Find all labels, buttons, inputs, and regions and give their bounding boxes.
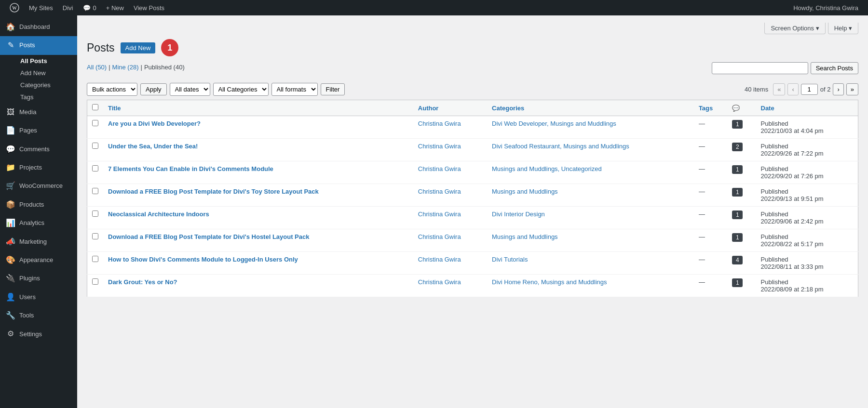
select-all-header	[87, 100, 104, 116]
row-select-checkbox[interactable]	[92, 256, 98, 262]
post-title-link[interactable]: Download a FREE Blog Post Template for D…	[108, 188, 319, 195]
mine-posts-filter-link[interactable]: Mine (28)	[112, 64, 139, 71]
sidebar-item-tools[interactable]: 🔧 Tools	[0, 306, 77, 325]
sidebar-item-marketing[interactable]: 📣 Marketing	[0, 233, 77, 251]
author-link[interactable]: Christina Gwira	[418, 211, 461, 218]
author-link[interactable]: Christina Gwira	[418, 278, 461, 286]
comment-count-badge[interactable]: 1	[732, 188, 743, 197]
post-title-link[interactable]: Download a FREE Blog Post Template for D…	[108, 233, 309, 240]
help-button[interactable]: Help ▾	[828, 23, 858, 34]
date-column-header[interactable]: Date	[756, 100, 858, 116]
row-select-checkbox[interactable]	[92, 188, 98, 194]
current-page-input[interactable]	[801, 84, 818, 95]
submenu-add-new[interactable]: Add New	[0, 67, 77, 79]
author-link[interactable]: Christina Gwira	[418, 256, 461, 263]
comments-menu[interactable]: 💬 0	[78, 0, 101, 15]
categories-column-header[interactable]: Categories	[487, 100, 694, 116]
comment-count-badge[interactable]: 2	[732, 143, 743, 151]
row-select-checkbox[interactable]	[92, 120, 98, 126]
sidebar-item-projects[interactable]: 📁 Projects	[0, 158, 77, 177]
published-posts-filter-link[interactable]: Published (40)	[144, 64, 185, 71]
row-select-checkbox[interactable]	[92, 233, 98, 239]
add-new-button[interactable]: Add New	[121, 42, 156, 53]
comment-icon: 💬	[83, 4, 91, 12]
row-date-cell: Published 2022/08/22 at 5:17 pm	[756, 229, 858, 252]
search-posts-button[interactable]: Search Posts	[811, 62, 858, 74]
row-comments-cell: 1	[727, 184, 756, 207]
category-link[interactable]: Divi Interior Design	[492, 211, 545, 218]
first-page-button[interactable]: «	[773, 83, 785, 95]
date-value: 2022/08/09 at 2:18 pm	[761, 286, 854, 293]
comment-count-badge[interactable]: 1	[732, 120, 743, 129]
wp-logo-button[interactable]: W	[5, 0, 24, 15]
sidebar-item-dashboard[interactable]: 🏠 Dashboard	[0, 18, 77, 36]
submenu-categories[interactable]: Categories	[0, 79, 77, 91]
comment-count-badge[interactable]: 1	[732, 211, 743, 219]
category-link[interactable]: Divi Web Developer, Musings and Muddling…	[492, 120, 616, 127]
category-link[interactable]: Musings and Muddlings	[492, 188, 558, 195]
post-title-link[interactable]: Under the Sea, Under the Sea!	[108, 143, 198, 150]
sidebar-item-pages[interactable]: 📄 Pages	[0, 121, 77, 140]
bulk-actions-select[interactable]: Bulk actions	[87, 83, 137, 96]
sidebar-label-posts: Posts	[19, 41, 35, 50]
category-link[interactable]: Divi Seafood Restaurant, Musings and Mud…	[492, 143, 629, 150]
all-posts-filter-link[interactable]: All (50)	[87, 64, 107, 71]
author-link[interactable]: Christina Gwira	[418, 188, 461, 195]
sidebar-item-users[interactable]: 👤 Users	[0, 288, 77, 306]
post-title-link[interactable]: Dark Grout: Yes or No?	[108, 278, 177, 286]
post-title-link[interactable]: 7 Elements You Can Enable in Divi's Comm…	[108, 165, 273, 172]
comment-count-badge[interactable]: 1	[732, 278, 743, 287]
author-link[interactable]: Christina Gwira	[418, 233, 461, 240]
next-page-button[interactable]: ›	[833, 83, 843, 95]
author-link[interactable]: Christina Gwira	[418, 120, 461, 127]
screen-options-button[interactable]: Screen Options ▾	[764, 23, 825, 34]
comment-count-badge[interactable]: 4	[732, 256, 743, 264]
author-link[interactable]: Christina Gwira	[418, 143, 461, 150]
select-all-checkbox[interactable]	[92, 104, 98, 110]
sidebar-item-posts[interactable]: ✎ Posts	[0, 36, 77, 54]
author-column-header[interactable]: Author	[413, 100, 487, 116]
my-sites-menu[interactable]: My Sites	[24, 0, 58, 15]
row-author-cell: Christina Gwira	[413, 116, 487, 139]
date-filter-select[interactable]: All dates	[170, 83, 210, 96]
title-column-header[interactable]: Title	[103, 100, 413, 116]
submenu-all-posts[interactable]: All Posts	[0, 55, 77, 67]
view-posts-link[interactable]: View Posts	[129, 0, 169, 15]
sidebar-item-analytics[interactable]: 📊 Analytics	[0, 214, 77, 232]
last-page-button[interactable]: »	[846, 83, 858, 95]
category-filter-select[interactable]: All Categories	[213, 83, 269, 96]
sidebar-item-media[interactable]: 🖼 Media	[0, 103, 77, 121]
category-link[interactable]: Musings and Muddlings	[492, 233, 558, 240]
post-title-link[interactable]: Neoclassical Architecture Indoors	[108, 211, 209, 218]
new-menu[interactable]: + New	[101, 0, 129, 15]
apply-button[interactable]: Apply	[140, 83, 167, 95]
comment-count-badge[interactable]: 1	[732, 233, 743, 242]
tags-column-header[interactable]: Tags	[694, 100, 728, 116]
filter-button[interactable]: Filter	[321, 83, 345, 95]
prev-page-button[interactable]: ‹	[787, 83, 798, 95]
admin-bar: W My Sites Divi 💬 0 + New View Posts How…	[0, 0, 868, 15]
row-select-checkbox[interactable]	[92, 278, 98, 285]
sidebar-item-products[interactable]: 📦 Products	[0, 196, 77, 214]
row-select-checkbox[interactable]	[92, 165, 98, 171]
sidebar-label-products: Products	[19, 200, 44, 209]
sidebar-item-comments[interactable]: 💬 Comments	[0, 140, 77, 158]
author-link[interactable]: Christina Gwira	[418, 165, 461, 172]
format-filter-select[interactable]: All formats	[271, 83, 318, 96]
search-input[interactable]	[712, 62, 808, 74]
sidebar-item-woocommerce[interactable]: 🛒 WooCommerce	[0, 177, 77, 195]
row-select-checkbox[interactable]	[92, 211, 98, 217]
category-link[interactable]: Musings and Muddlings, Uncategorized	[492, 165, 602, 172]
post-title-link[interactable]: Are you a Divi Web Developer?	[108, 120, 201, 127]
comment-count-badge[interactable]: 1	[732, 165, 743, 174]
divi-menu[interactable]: Divi	[58, 0, 78, 15]
category-link[interactable]: Divi Home Reno, Musings and Muddlings	[492, 278, 607, 286]
post-title-link[interactable]: How to Show Divi's Comments Module to Lo…	[108, 256, 298, 263]
sidebar-label-users: Users	[19, 293, 36, 302]
sidebar-item-plugins[interactable]: 🔌 Plugins	[0, 269, 77, 288]
sidebar-item-settings[interactable]: ⚙ Settings	[0, 325, 77, 343]
sidebar-item-appearance[interactable]: 🎨 Appearance	[0, 251, 77, 269]
category-link[interactable]: Divi Tutorials	[492, 256, 528, 263]
submenu-tags[interactable]: Tags	[0, 91, 77, 103]
row-select-checkbox[interactable]	[92, 143, 98, 149]
